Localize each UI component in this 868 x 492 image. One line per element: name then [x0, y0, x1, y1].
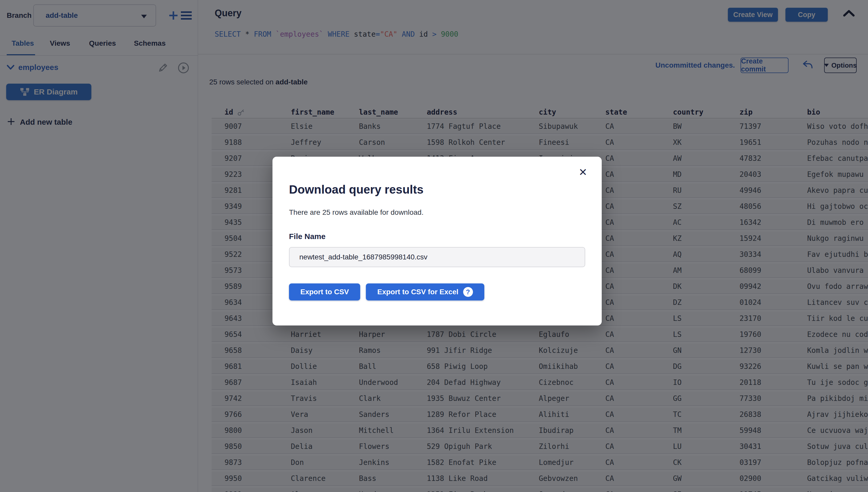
export-csv-button[interactable]: Export to CSV	[289, 284, 360, 300]
modal-title: Download query results	[289, 182, 424, 196]
file-name-label: File Name	[289, 232, 326, 241]
file-name-input[interactable]	[289, 247, 585, 267]
modal-buttons: Export to CSV Export to CSV for Excel ?	[289, 284, 484, 300]
modal-subtitle: There are 25 rows available for download…	[289, 208, 424, 217]
close-icon[interactable]: ✕	[579, 167, 587, 177]
help-icon[interactable]: ?	[463, 287, 473, 297]
download-results-modal: ✕ Download query results There are 25 ro…	[273, 157, 602, 325]
export-csv-excel-button[interactable]: Export to CSV for Excel ?	[366, 284, 484, 300]
